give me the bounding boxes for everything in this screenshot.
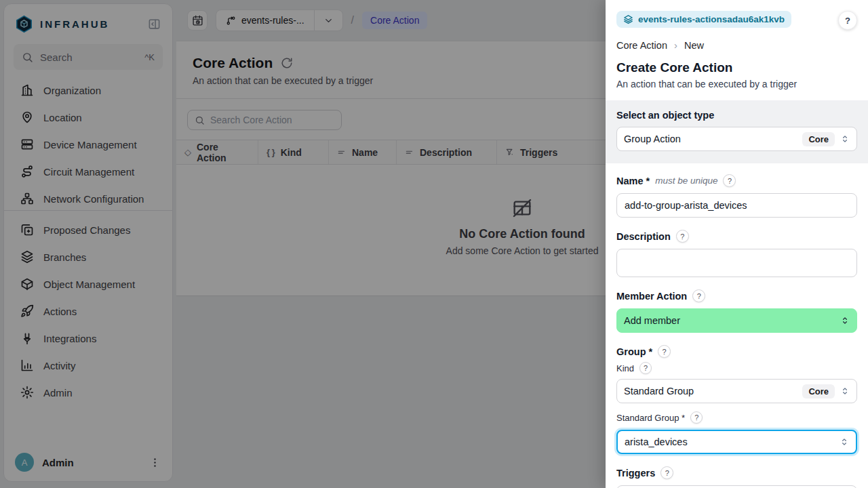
kind-select[interactable]: Standard Group Core	[616, 379, 857, 403]
object-type-value: Group Action	[624, 134, 797, 144]
chevrons-up-down-icon	[840, 386, 850, 396]
name-input[interactable]	[616, 193, 857, 218]
layers-icon	[623, 14, 633, 24]
standard-group-label: Standard Group *	[616, 413, 685, 423]
standard-group-select[interactable]: arista_devices	[616, 430, 857, 454]
create-core-action-drawer: events-rules-actionsadau6ak1kvb ? Core A…	[606, 0, 868, 488]
help-button[interactable]: ?	[838, 11, 857, 30]
name-field: Name * must be unique ?	[616, 174, 857, 218]
object-type-label: Select an object type	[616, 110, 857, 121]
help-icon[interactable]: ?	[639, 362, 652, 374]
namespace-badge: Core	[802, 132, 835, 146]
branch-badge[interactable]: events-rules-actionsadau6ak1kvb	[616, 11, 791, 28]
description-label: Description	[616, 231, 671, 242]
triggers-select[interactable]	[616, 485, 857, 488]
name-label: Name *	[616, 176, 650, 186]
name-hint: must be unique	[655, 176, 717, 186]
description-input[interactable]	[616, 249, 857, 277]
help-icon[interactable]: ?	[692, 289, 705, 302]
member-action-label: Member Action	[616, 291, 687, 302]
drawer-backdrop[interactable]	[0, 0, 606, 488]
drawer-breadcrumb-parent[interactable]: Core Action	[616, 40, 667, 51]
group-field: Group * ? Kind ? Standard Group Core Sta…	[616, 345, 857, 454]
namespace-badge: Core	[802, 384, 835, 399]
triggers-field: Triggers ?	[616, 466, 857, 488]
help-icon[interactable]: ?	[660, 466, 673, 479]
description-field: Description ?	[616, 230, 857, 277]
help-icon[interactable]: ?	[658, 345, 671, 358]
group-label: Group *	[616, 346, 652, 357]
chevrons-up-down-icon	[840, 134, 850, 144]
help-icon[interactable]: ?	[690, 411, 703, 424]
chevron-right-icon: ›	[674, 39, 677, 51]
help-icon[interactable]: ?	[723, 174, 736, 187]
object-type-select[interactable]: Group Action Core	[616, 127, 857, 151]
help-icon[interactable]: ?	[676, 230, 689, 243]
drawer-breadcrumb-current: New	[684, 40, 704, 51]
chevrons-up-down-icon	[840, 437, 849, 447]
kind-label: Kind	[616, 363, 634, 373]
chevrons-up-down-icon	[840, 316, 850, 325]
branch-badge-label: events-rules-actionsadau6ak1kvb	[638, 14, 785, 24]
kind-value: Standard Group	[624, 386, 797, 396]
member-action-field: Member Action ? Add member	[616, 289, 857, 333]
member-action-value: Add member	[624, 315, 835, 326]
triggers-label: Triggers	[616, 468, 655, 479]
object-type-section: Select an object type Group Action Core	[606, 100, 868, 163]
drawer-breadcrumb: Core Action › New	[616, 39, 857, 51]
member-action-select[interactable]: Add member	[616, 308, 857, 333]
standard-group-value: arista_devices	[625, 436, 834, 447]
drawer-title: Create Core Action	[616, 60, 857, 75]
drawer-subtitle: An action that can be executed by a trig…	[616, 79, 857, 89]
